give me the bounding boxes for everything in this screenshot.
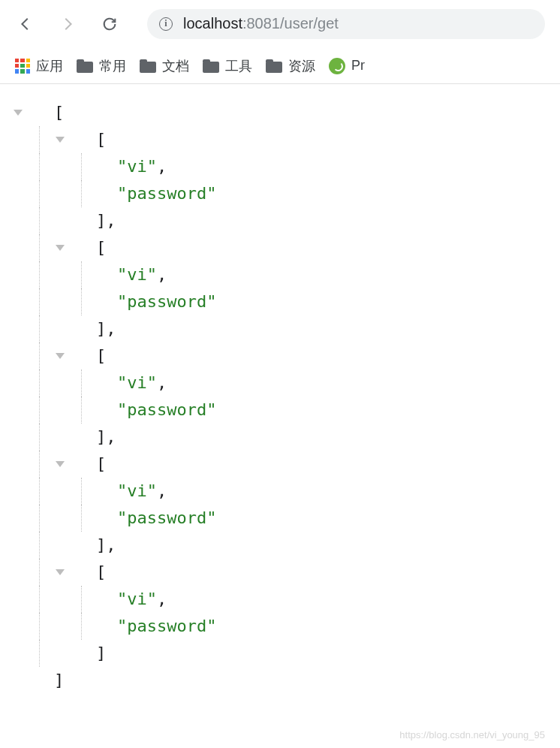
code-text: "password" [113, 613, 216, 640]
bookmark-folder-2[interactable]: 工具 [203, 57, 252, 75]
bookmark-label: 工具 [225, 57, 252, 75]
back-button[interactable] [15, 14, 36, 35]
json-array-open: [ [8, 99, 545, 126]
code-text: [ [92, 234, 106, 261]
code-text: ], [92, 532, 116, 559]
json-array-close: ], [8, 207, 545, 234]
json-array-open: [ [8, 451, 545, 478]
json-viewer: [["vi","password"],["vi","password"],["v… [0, 84, 560, 709]
bookmarks-bar: 应用 常用 文档 工具 资源 Pr [0, 48, 560, 84]
spring-icon [329, 58, 345, 74]
code-text: "vi", [113, 153, 167, 180]
code-text: [ [50, 99, 64, 126]
collapse-toggle-icon[interactable] [56, 245, 65, 251]
collapse-toggle-icon[interactable] [56, 137, 65, 143]
collapse-toggle-icon[interactable] [56, 461, 65, 467]
apps-button[interactable]: 应用 [15, 57, 63, 75]
bookmark-label: 常用 [99, 57, 126, 75]
json-string: "vi", [8, 369, 545, 397]
json-array-close: ] [8, 667, 545, 694]
collapse-toggle-icon[interactable] [56, 569, 65, 575]
url-host: localhost [183, 15, 242, 32]
code-text: ], [92, 207, 116, 234]
folder-icon [203, 59, 219, 73]
bookmark-folder-0[interactable]: 常用 [77, 57, 126, 75]
collapse-toggle-icon[interactable] [14, 110, 23, 116]
bookmark-label: Pr [351, 58, 365, 74]
code-text: "password" [113, 180, 216, 207]
forward-button[interactable] [57, 14, 78, 35]
json-array-close: ], [8, 532, 545, 559]
code-text: "password" [113, 397, 216, 424]
json-string: "password" [8, 288, 545, 315]
folder-icon [140, 59, 156, 73]
bookmark-spring[interactable]: Pr [329, 58, 365, 74]
json-array-close: ] [8, 640, 545, 667]
json-string: "vi", [8, 586, 545, 613]
bookmark-label: 资源 [288, 57, 315, 75]
json-array-open: [ [8, 342, 545, 369]
json-string: "password" [8, 397, 545, 424]
bookmark-folder-3[interactable]: 资源 [266, 57, 315, 75]
apps-label: 应用 [36, 57, 63, 75]
code-text: "vi", [113, 261, 167, 288]
code-text: ], [92, 315, 116, 342]
code-text: "password" [113, 505, 216, 532]
bookmark-folder-1[interactable]: 文档 [140, 57, 189, 75]
code-text: [ [92, 342, 106, 369]
json-array-close: ], [8, 424, 545, 451]
json-array-close: ], [8, 315, 545, 342]
json-string: "password" [8, 180, 545, 207]
url-text[interactable]: localhost:8081/user/get [183, 15, 339, 32]
bookmark-label: 文档 [162, 57, 189, 75]
browser-toolbar: i localhost:8081/user/get [0, 0, 560, 48]
json-string: "vi", [8, 261, 545, 288]
json-string: "password" [8, 613, 545, 640]
reload-button[interactable] [99, 14, 120, 35]
code-text: "password" [113, 288, 216, 315]
json-string: "password" [8, 505, 545, 532]
json-array-open: [ [8, 559, 545, 586]
code-text: [ [92, 451, 106, 478]
json-string: "vi", [8, 153, 545, 180]
json-array-open: [ [8, 234, 545, 261]
code-text: "vi", [113, 586, 167, 613]
code-text: "vi", [113, 369, 167, 397]
json-string: "vi", [8, 478, 545, 505]
folder-icon [77, 59, 93, 73]
apps-icon [15, 59, 30, 74]
site-info-icon[interactable]: i [159, 17, 173, 31]
collapse-toggle-icon[interactable] [56, 353, 65, 359]
code-text: "vi", [113, 478, 167, 505]
code-text: ] [50, 667, 64, 694]
code-text: [ [92, 559, 106, 586]
code-text: ], [92, 424, 116, 451]
folder-icon [266, 59, 282, 73]
json-array-open: [ [8, 126, 545, 153]
address-bar[interactable]: i localhost:8081/user/get [147, 9, 545, 39]
url-path: :8081/user/get [242, 15, 339, 32]
code-text: [ [92, 126, 106, 153]
code-text: ] [92, 640, 106, 667]
watermark: https://blog.csdn.net/vi_young_95 [399, 729, 545, 740]
